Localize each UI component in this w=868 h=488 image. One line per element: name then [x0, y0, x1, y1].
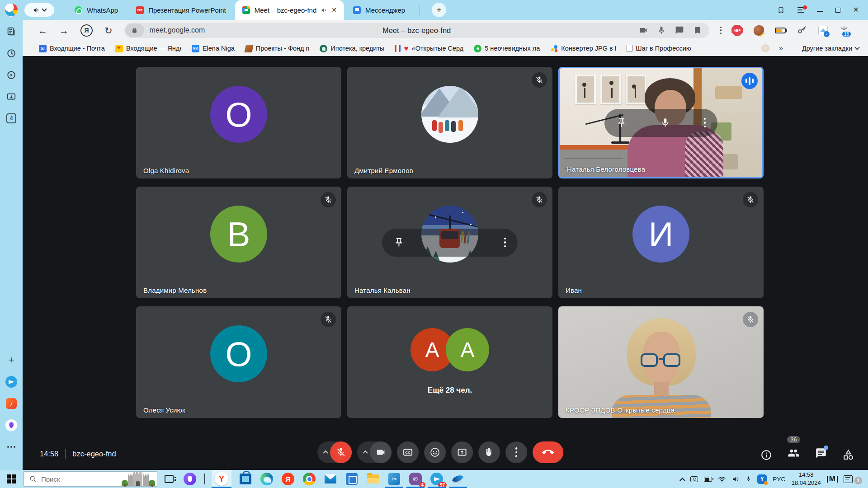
more-options-icon[interactable] — [704, 118, 706, 128]
participant-tile-vladimir[interactable]: В Владимир Мельнов — [136, 187, 341, 298]
bookmarks-overflow-chevron[interactable]: » — [779, 44, 783, 52]
bookmark-flag-icon[interactable] — [777, 6, 785, 14]
reactions-button[interactable] — [424, 441, 446, 463]
counter-extension-icon[interactable]: 15 — [839, 25, 849, 36]
taskbar-explorer-icon[interactable] — [366, 472, 380, 486]
mic-mute-button[interactable] — [330, 441, 352, 463]
downloads-badge[interactable]: 4 — [5, 113, 17, 124]
bookmark-item[interactable]: ✉Входящие - Почта — [39, 45, 105, 52]
reload-button[interactable]: ↻ — [104, 26, 113, 35]
taskbar-swoosh-app-icon[interactable] — [451, 472, 465, 486]
address-bar[interactable]: meet.google.com Meet – bzc-egeo-fnd — [124, 23, 709, 38]
search-input[interactable] — [41, 475, 109, 483]
present-screen-button[interactable] — [451, 441, 473, 463]
telegram-sidebar-icon[interactable] — [5, 376, 17, 388]
mascot-extension-icon[interactable] — [754, 25, 764, 36]
adblock-extension-icon[interactable]: ABP — [731, 25, 743, 36]
taskbar-search[interactable] — [24, 471, 157, 487]
other-bookmarks-button[interactable]: Другие закладки — [802, 45, 859, 52]
bookmark-item[interactable]: Проекты - Фонд п — [245, 45, 310, 52]
camera-options-chevron-icon[interactable] — [363, 450, 368, 455]
pin-icon[interactable] — [616, 117, 627, 128]
feed-icon[interactable] — [5, 26, 17, 38]
taskbar-store-icon[interactable] — [239, 472, 252, 486]
participant-tile-kroor[interactable]: КРООР ЗПДОВ Открытые сердца — [558, 306, 764, 418]
yandex-browser-logo[interactable] — [5, 3, 18, 17]
yandex-music-icon[interactable]: ♪ — [5, 398, 17, 409]
activities-button[interactable] — [842, 449, 854, 461]
screen-record-tray-icon[interactable] — [690, 476, 698, 482]
mic-tray-icon[interactable] — [745, 475, 751, 483]
new-tab-button[interactable]: + — [432, 3, 446, 17]
taskbar-clock[interactable]: 14:5818.04.2024 — [792, 471, 821, 487]
participant-tile-olesya[interactable]: О Олеся Усиюк — [136, 306, 341, 418]
yandex-tray-icon[interactable]: Y — [757, 474, 767, 484]
taskbar-telegram-icon[interactable]: 97 — [430, 472, 443, 486]
camera-button[interactable] — [370, 441, 392, 463]
mic-options-chevron-icon[interactable] — [323, 450, 328, 455]
chat-button[interactable] — [815, 447, 827, 461]
close-button[interactable]: ✕ — [853, 6, 859, 14]
bookmark-item[interactable]: VKElena Niga — [192, 45, 235, 52]
bookmark-item[interactable]: ♥«Открытые Серд — [395, 45, 463, 52]
taskbar-edge-icon[interactable] — [260, 472, 274, 486]
more-options-icon[interactable] — [504, 238, 506, 248]
language-indicator[interactable]: РУС — [773, 476, 786, 483]
minimize-button[interactable] — [817, 11, 823, 12]
tab-audio-button[interactable] — [24, 3, 54, 17]
video-play-icon[interactable] — [5, 69, 17, 81]
volume-tray-icon[interactable] — [732, 476, 740, 483]
screencast-icon[interactable] — [5, 91, 17, 103]
toolbar-menu-icon[interactable] — [720, 27, 722, 34]
raise-hand-button[interactable] — [478, 441, 500, 463]
overflow-participants-tile[interactable]: A A Ещё 28 чел. — [347, 306, 552, 418]
taskbar-yandex-icon[interactable]: Я — [281, 472, 295, 486]
bookmark-save-icon[interactable] — [693, 26, 702, 35]
notifications-icon[interactable]: 1 — [844, 475, 853, 483]
battery-tray-icon[interactable] — [704, 477, 712, 482]
start-button[interactable] — [7, 474, 16, 483]
history-clock-icon[interactable] — [5, 47, 17, 59]
people-button[interactable]: 36 — [788, 447, 800, 461]
taskbar-fax-icon[interactable] — [345, 472, 359, 486]
pin-icon[interactable] — [394, 237, 404, 248]
camera-permission-icon[interactable] — [639, 26, 648, 35]
key-extension-icon[interactable] — [797, 25, 807, 36]
tab-whatsapp[interactable]: WhatsApp — [66, 0, 127, 20]
end-call-button[interactable] — [533, 441, 563, 463]
mic-permission-icon[interactable] — [657, 26, 666, 35]
back-button[interactable]: ← — [38, 26, 47, 35]
alice-taskbar-icon[interactable] — [184, 473, 196, 485]
tab-close-icon[interactable]: ✕ — [331, 7, 337, 13]
bookmark-item[interactable]: Ипотека, кредиты — [320, 45, 384, 52]
bookmark-emblem[interactable]: » — [761, 44, 783, 52]
browser-menu-icon[interactable] — [797, 7, 804, 13]
participant-tile-natalia-k[interactable]: Наталья Кальван — [347, 187, 552, 298]
taskbar-viber-icon[interactable]: ✆4 — [409, 472, 422, 486]
mic-icon[interactable] — [660, 117, 670, 128]
participant-tile-dmitry[interactable]: Дмитрий Ермолов — [347, 67, 552, 178]
info-button[interactable] — [760, 449, 772, 461]
alice-icon[interactable] — [5, 419, 17, 431]
taskbar-mail-icon[interactable] — [324, 472, 337, 486]
taskbar-snipping-icon[interactable]: ✂ — [387, 472, 401, 486]
battery-extension-icon[interactable] — [775, 28, 786, 33]
bookmark-item[interactable]: e5 неочевидных ла — [474, 45, 540, 52]
tab-audio-icon[interactable] — [321, 7, 327, 13]
taskbar-chrome-icon[interactable] — [302, 472, 316, 486]
participant-tile-natalia-b-speaking[interactable]: Наталья Белоголовцева — [558, 67, 764, 178]
participant-tile-olga[interactable]: O Olga Khidirova — [136, 67, 341, 178]
tray-expand-chevron-icon[interactable] — [679, 477, 685, 483]
more-options-button[interactable] — [505, 441, 527, 463]
tab-powerpoint[interactable]: Презентация PowerPoint — [127, 0, 235, 20]
chat-permission-icon[interactable] — [675, 26, 684, 35]
tab-messenger[interactable]: Мессенджер — [344, 0, 414, 20]
image-converter-extension-icon[interactable] — [818, 26, 828, 35]
yandex-home-button[interactable]: Я — [80, 24, 93, 37]
tab-meet-active[interactable]: Meet – bzc-egeo-fnd ✕ — [235, 0, 344, 20]
more-dots-icon[interactable] — [5, 441, 17, 453]
bookmark-item[interactable]: Конвертер JPG в F — [550, 45, 616, 52]
bookmark-item[interactable]: Шаг в Профессию — [627, 45, 691, 52]
forward-button[interactable]: → — [59, 26, 69, 35]
bookmark-item[interactable]: Входящие — Янде — [115, 45, 181, 52]
